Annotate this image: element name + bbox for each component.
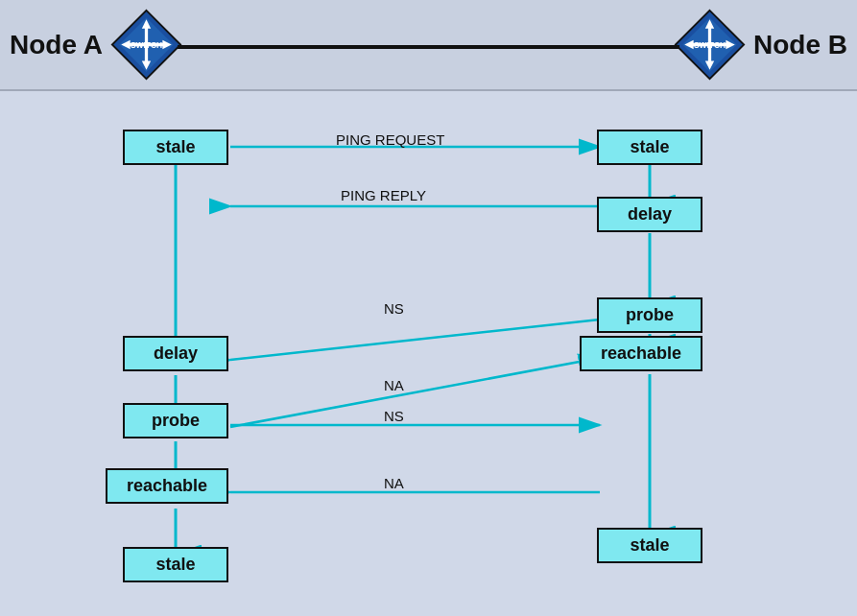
diagram-area: stale delay probe reachable stale stale … xyxy=(0,91,857,616)
node-b-probe: probe xyxy=(597,297,702,333)
na-2-label: NA xyxy=(384,475,404,491)
svg-text:SWITCH: SWITCH xyxy=(131,40,162,50)
node-a-delay: delay xyxy=(123,336,228,371)
node-a-section: Node A SWITCH xyxy=(10,9,182,81)
node-a-reachable: reachable xyxy=(106,468,228,504)
node-b-reachable: reachable xyxy=(580,336,702,371)
node-a-stale-1: stale xyxy=(123,130,228,165)
node-b-label: Node B xyxy=(753,30,847,60)
node-b-stale-1: stale xyxy=(597,130,702,165)
node-b-stale-2: stale xyxy=(597,528,702,563)
ping-reply-label: PING REPLY xyxy=(341,187,426,203)
svg-line-31 xyxy=(230,320,600,360)
node-b-section: SWITCH Node B xyxy=(674,9,847,81)
top-bar: Node A SWITCH xyxy=(0,0,857,91)
node-a-stale-2: stale xyxy=(123,547,228,582)
switch-b-icon: SWITCH xyxy=(674,9,746,81)
svg-line-32 xyxy=(230,358,600,427)
ns-2-label: NS xyxy=(384,408,404,424)
na-1-label: NA xyxy=(384,377,404,393)
svg-text:SWITCH: SWITCH xyxy=(694,40,726,50)
node-a-probe: probe xyxy=(123,403,228,438)
ns-1-label: NS xyxy=(384,300,404,317)
node-b-delay: delay xyxy=(597,197,702,232)
connection-line xyxy=(178,45,679,49)
switch-a-icon: SWITCH xyxy=(110,9,182,81)
node-a-label: Node A xyxy=(10,30,103,60)
ping-request-label: PING REQUEST xyxy=(336,131,444,148)
